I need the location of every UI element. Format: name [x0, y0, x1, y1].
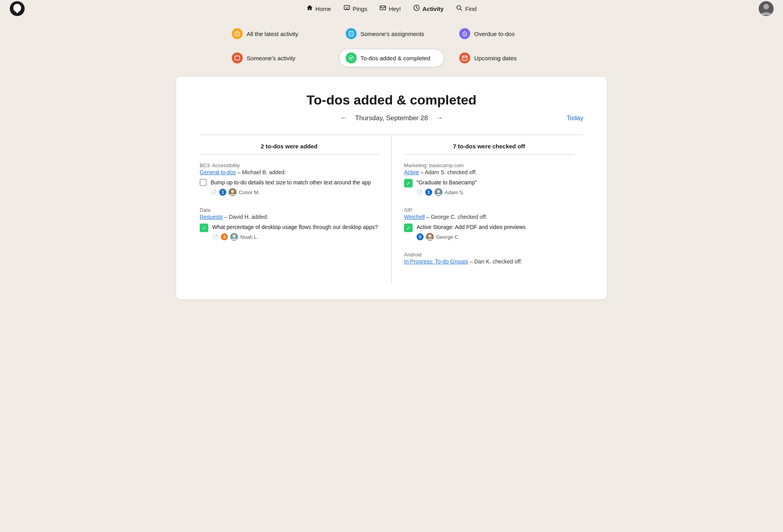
left-entry-1: Data Requests – David H. added: ✓ What p…: [200, 207, 379, 241]
todo-text-0: Bump up to-do details text size to match…: [211, 179, 371, 187]
svg-point-2: [345, 7, 346, 8]
today-link[interactable]: Today: [567, 115, 583, 122]
todo-item-0: Bump up to-do details text size to match…: [200, 179, 379, 196]
right-entry-1: SIP Winchell – George C. checked off: ✓ …: [404, 207, 574, 241]
nav-find[interactable]: Find: [456, 5, 476, 13]
svg-point-3: [346, 7, 347, 8]
prev-date-button[interactable]: ←: [340, 114, 347, 122]
entry-link-1[interactable]: Requests: [200, 214, 223, 220]
r-entry-title-1: Winchell – George C. checked off:: [404, 214, 574, 220]
sub-nav-assignments[interactable]: Someone's assignments: [339, 24, 445, 43]
project-label-0: BC3: Accessibility: [200, 162, 379, 168]
columns-wrapper: 2 to-dos were added BC3: Accessibility G…: [200, 135, 583, 283]
nav-pings[interactable]: Pings: [344, 5, 368, 13]
r-project-label-2: Android: [404, 252, 574, 258]
checkbox-checked-1[interactable]: ✓: [200, 224, 208, 232]
svg-point-17: [231, 190, 234, 193]
svg-point-4: [348, 7, 348, 8]
r-meta-name-1: George C.: [436, 234, 460, 240]
top-nav: Home Pings Hey! Activity Find: [0, 0, 783, 17]
page-title: To-dos added & completed: [200, 92, 583, 108]
r-todo-item-0: ✓ "Graduate to Basecamp" 📄 1 Adam S.: [404, 179, 574, 196]
meta-name-1: Noah L.: [240, 234, 258, 240]
sub-nav-overdue[interactable]: Overdue to-dos: [452, 24, 558, 43]
project-label-1: Data: [200, 207, 379, 213]
checkbox-empty-0[interactable]: [200, 179, 207, 186]
nav-hey[interactable]: Hey!: [380, 5, 401, 13]
doc-icon-0: 📄: [211, 189, 217, 195]
r-checkbox-1[interactable]: ✓: [404, 224, 413, 232]
date-label: Thursday, September 28: [355, 114, 428, 122]
r-project-label-0: Marketing: basecamp.com: [404, 162, 574, 168]
entry-title-1: Requests – David H. added:: [200, 214, 379, 220]
svg-rect-5: [380, 6, 386, 10]
r-todo-meta-0: 📄 1 Adam S.: [417, 188, 477, 196]
col-left: 2 to-dos were added BC3: Accessibility G…: [200, 135, 392, 283]
next-date-button[interactable]: →: [436, 114, 443, 122]
r-todo-text-0: "Graduate to Basecamp": [417, 179, 477, 187]
sub-nav-todos[interactable]: To-dos added & completed: [339, 49, 445, 67]
sub-nav-someones[interactable]: Someone's activity: [225, 49, 331, 67]
right-entry-0: Marketing: basecamp.com Active – Adam S.…: [404, 162, 574, 196]
upcoming-icon: [459, 52, 470, 63]
entry-link-0[interactable]: General to-dos: [200, 169, 236, 175]
meta-avatar-1: [230, 233, 238, 241]
right-entry-2: Android In Progress: To-do Groups – Dan …: [404, 252, 574, 265]
r-meta-name-0: Adam S.: [445, 189, 464, 195]
nav-logo[interactable]: [9, 1, 25, 16]
date-nav: ← Thursday, September 28 → Today: [200, 114, 583, 122]
entry-title-0: General to-dos – Michael B. added:: [200, 169, 379, 175]
someones-icon: [232, 52, 243, 63]
svg-rect-13: [235, 56, 240, 60]
col-right: 7 to-dos were checked off Marketing: bas…: [392, 135, 583, 283]
user-avatar[interactable]: [759, 1, 774, 16]
todo-meta-0: 📄 1 Conor M.: [211, 188, 371, 196]
svg-point-9: [763, 4, 769, 9]
svg-rect-15: [462, 56, 467, 60]
col-right-header: 7 to-dos were checked off: [404, 143, 574, 155]
r-project-label-1: SIP: [404, 207, 574, 213]
r-entry-link-1[interactable]: Winchell: [404, 214, 425, 220]
nav-activity[interactable]: Activity: [413, 5, 444, 13]
count-badge-0: 1: [219, 189, 226, 196]
overdue-icon: [459, 28, 470, 39]
todo-meta-1: 📄 3 Noah L.: [212, 233, 378, 241]
r-entry-link-0[interactable]: Active: [404, 169, 419, 175]
sub-nav: All the latest activity Someone's assign…: [215, 24, 568, 67]
svg-point-12: [465, 35, 465, 35]
r-entry-title-2: In Progress: To-do Groups – Dan K. check…: [404, 258, 574, 265]
svg-point-19: [233, 234, 236, 238]
r-entry-link-2[interactable]: In Progress: To-do Groups: [404, 258, 468, 265]
home-icon: [307, 5, 313, 13]
latest-icon: [232, 28, 243, 39]
r-doc-icon-0: 📄: [417, 189, 423, 195]
svg-rect-11: [349, 31, 353, 36]
meta-name-0: Conor M.: [239, 189, 260, 195]
r-meta-avatar-1: [426, 233, 434, 241]
activity-icon: [413, 5, 420, 13]
r-todo-item-1: ✓ Active Storage: Add PDF and video prev…: [404, 223, 574, 241]
svg-point-23: [428, 234, 431, 238]
main-content: To-dos added & completed ← Thursday, Sep…: [176, 77, 607, 299]
nav-items: Home Pings Hey! Activity Find: [307, 5, 477, 13]
sub-nav-latest[interactable]: All the latest activity: [225, 24, 331, 43]
r-meta-avatar-0: [435, 188, 442, 196]
todo-text-1: What percentage of desktop usage flows t…: [212, 223, 378, 231]
find-icon: [456, 5, 462, 13]
assignments-icon: [346, 28, 357, 39]
hey-icon: [380, 5, 386, 13]
r-count-badge-0: 1: [425, 189, 432, 196]
count-badge-1: 3: [221, 233, 228, 240]
nav-home[interactable]: Home: [307, 5, 331, 13]
r-todo-text-1: Active Storage: Add PDF and video previe…: [417, 223, 526, 231]
col-left-header: 2 to-dos were added: [200, 143, 379, 155]
left-entry-0: BC3: Accessibility General to-dos – Mich…: [200, 162, 379, 196]
todo-item-1: ✓ What percentage of desktop usage flows…: [200, 223, 379, 241]
svg-point-21: [437, 190, 440, 193]
doc-icon-1: 📄: [212, 234, 218, 240]
r-checkbox-0[interactable]: ✓: [404, 179, 413, 188]
r-count-badge-1: 0: [417, 233, 424, 240]
todos-icon: [346, 52, 357, 63]
pings-icon: [344, 5, 350, 13]
sub-nav-upcoming[interactable]: Upcoming dates: [452, 49, 558, 67]
